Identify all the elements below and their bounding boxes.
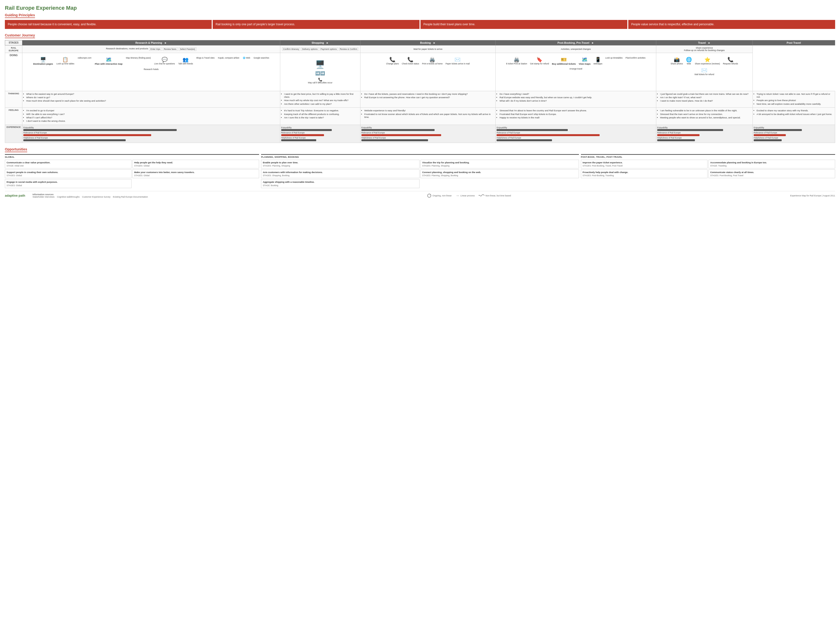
re-wait: Wait for paper tickets to arrive	[360, 45, 496, 53]
stage-posttravel: Post Travel	[753, 40, 835, 45]
doing-travel: 🖨️ E-ticket Print at Station 🔖 Get stamp…	[496, 53, 656, 91]
footer-sources: Information sources Stakeholder intervie…	[33, 193, 148, 198]
exp-posttravel: Enjoyability Relevance of Rail Europe He…	[753, 125, 835, 143]
opp-card-value-prop: Communicate a clear value proposition. S…	[5, 160, 131, 169]
enjoyability-bar-1	[23, 129, 177, 131]
opp-card-help: Help people get the help they need. STAG…	[133, 160, 259, 169]
thinking-research: What is the easiest way to get around Eu…	[22, 91, 280, 107]
linear-arrow-icon: →	[455, 193, 459, 198]
doing-shopping: 🖥️ ➡️➡️ 📞 May call if difficulties occur	[280, 53, 360, 91]
feeling-booking: Website experience is easy and friendly!…	[360, 108, 496, 125]
exp-travel: Enjoyability Relevance of Rail Europe He…	[656, 125, 753, 143]
doing-research: 🖥️ Destination pages 📋 Look up time tabl…	[22, 53, 280, 91]
footer: adaptive path Information sources Stakeh…	[5, 191, 835, 198]
rail-europe-label: RAIL EUROPE	[5, 45, 22, 53]
feeling-label: FEELING	[5, 108, 22, 125]
re-activities: Activities, unexpected changes	[496, 45, 656, 53]
opp-card-social: Engage in social media with explicit pur…	[5, 179, 131, 188]
feeling-row: FEELING I'm excited to go to Europe! Wil…	[5, 108, 835, 125]
principle-3: People build their travel plans over tim…	[420, 20, 627, 29]
stage-research: Research & Planning ►	[22, 40, 280, 45]
doing-label: DOING	[5, 53, 22, 91]
experience-label: EXPERIENCE	[5, 125, 22, 143]
stages-row: STAGES Research & Planning ► Shopping ► …	[5, 40, 835, 45]
opp-card-paper-ticket: Improve the paper ticket experience. STA…	[581, 160, 707, 169]
re-booking: Confirm itinerary Delivery options Payme…	[280, 45, 360, 53]
stage-travel: Travel ►	[656, 40, 753, 45]
principle-1: People choose rail travel because it is …	[5, 20, 212, 29]
opp-card-booking-europe: Accommodate planning and booking in Euro…	[709, 160, 835, 169]
feeling-shopping: It's hard to trust Trip Advisor. Everyon…	[280, 108, 360, 125]
thinking-postbooking: Do I have everything I need? Rail Europe…	[496, 91, 656, 107]
experience-row: EXPERIENCE Enjoyability Relevance of Rai…	[5, 125, 835, 143]
exp-shopping: Enjoyability Relevance of Rail Europe He…	[280, 125, 360, 143]
doing-row: DOING 🖥️ Destination pages 📋 Look up tim…	[5, 53, 835, 91]
opp-card-solutions: Support people in creating their own sol…	[5, 169, 131, 178]
footer-credit: Experience Map for Rail Europe | August …	[790, 194, 835, 197]
legend-nonlinear: Non-linear, but time based	[478, 194, 511, 197]
principle-4: People value service that is respectful,…	[628, 20, 835, 29]
journey-table: STAGES Research & Planning ► Shopping ► …	[5, 40, 835, 143]
exp-research: Enjoyability Relevance of Rail Europe He…	[22, 125, 280, 143]
thinking-row: THINKING What is the easiest way to get …	[5, 91, 835, 107]
opp-card-savvy: Make your customers into better, more sa…	[133, 169, 259, 178]
global-opportunities: GLOBAL Communicate a clear value proposi…	[5, 154, 259, 188]
doing-posttravel: 📸 Share photos 🌐 Web ⭐ Share experience …	[656, 53, 753, 91]
feeling-postbooking: Stressed that I'm about to leave the cou…	[496, 108, 656, 125]
ongoing-icon	[427, 193, 431, 198]
legend-linear: → Linear process	[455, 193, 475, 198]
rail-europe-row: RAIL EUROPE Research destinations, route…	[5, 45, 835, 53]
opp-card-visualize: Visualize the trip for planning and book…	[420, 160, 579, 169]
thinking-shopping: I want to get the best price, but I'm wi…	[280, 91, 360, 107]
opp-card-connect-planning: Connect planning, shopping and booking o…	[420, 169, 579, 178]
thinking-posttravel: Trying to return ticket I was not able t…	[753, 91, 835, 107]
thinking-label: THINKING	[5, 91, 22, 107]
opp-card-arm-customers: Arm customers with information for makin…	[261, 169, 420, 178]
doing-postbooking: 📞 Change plans 📞 Check ticket status 🖨️ …	[360, 53, 496, 91]
postbook-opportunities: POST-BOOK, TRAVEL, POST-TRAVEL Improve t…	[581, 154, 835, 188]
nonlinear-icon	[478, 194, 485, 197]
planning-opportunities: PLANNING, SHOPPING, BOOKING Enable peopl…	[261, 154, 579, 188]
stages-label: STAGES	[5, 40, 22, 45]
opportunities-section: Opportunities GLOBAL Communicate a clear…	[5, 147, 835, 188]
page-title: Rail Europe Experience Map	[5, 5, 835, 11]
guiding-principles-title: Guiding Principles	[5, 13, 35, 18]
planning-grid: Enable people to plan over time. STAGES:…	[261, 160, 579, 188]
customer-journey-title: Customer Journey	[5, 33, 35, 38]
brand-name: adaptive path	[5, 194, 25, 197]
feeling-travel: I am feeling vulnerable to be in an unkn…	[656, 108, 753, 125]
opportunities-title: Opportunities	[5, 147, 27, 152]
opp-card-status: Communicate status clearly at all times.…	[709, 169, 835, 178]
stage-booking: Booking ►	[360, 40, 496, 45]
thinking-travel: I just figured we could grab a train but…	[656, 91, 753, 107]
global-grid: Communicate a clear value proposition. S…	[5, 160, 259, 188]
helpfulness-bar-1	[23, 139, 126, 141]
opp-card-aggregate: Aggregate shipping with a reasonable tim…	[261, 179, 420, 188]
postbook-grid: Improve the paper ticket experience. STA…	[581, 160, 835, 178]
feeling-research: I'm excited to go to Europe! Will I be a…	[22, 108, 280, 125]
thinking-booking: Do I have all the tickets, passes and re…	[360, 91, 496, 107]
opportunities-groups: GLOBAL Communicate a clear value proposi…	[5, 154, 835, 188]
guiding-principles-section: People choose rail travel because it is …	[5, 20, 835, 29]
re-share: Share experience Follow-up on refunds fo…	[656, 45, 753, 53]
stage-postbooking: Post-Booking, Pre-Travel ►	[496, 40, 656, 45]
opp-card-plan-over-time: Enable people to plan over time. STAGES:…	[261, 160, 420, 169]
legend-ongoing: Ongoing, non-linear	[427, 193, 452, 198]
feeling-posttravel: Excited to share my vacation story with …	[753, 108, 835, 125]
principle-2: Rail booking is only one part of people'…	[213, 20, 420, 29]
stage-shopping: Shopping ►	[280, 40, 360, 45]
opp-card-deal-change: Proactively help people deal with change…	[581, 169, 707, 178]
re-research: Research destinations, routes and produc…	[22, 45, 280, 53]
relevance-bar-1	[23, 134, 151, 136]
exp-booking: Enjoyability Relevance of Rail Europe He…	[360, 125, 496, 143]
exp-postbooking: Enjoyability Relevance of Rail Europe He…	[496, 125, 656, 143]
